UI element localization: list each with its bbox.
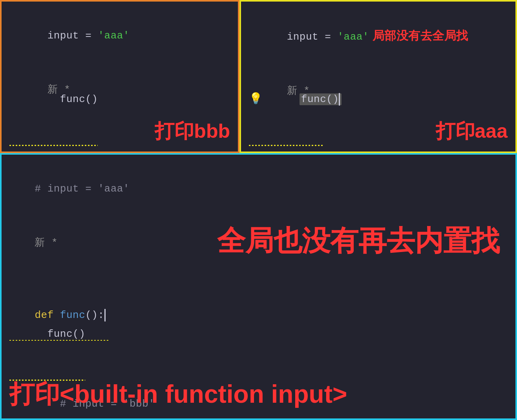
code-line-b-1: # input = 'aaa' xyxy=(9,162,508,216)
code-line-1: input = 'aaa' xyxy=(9,9,230,63)
bottom-code-left: func() xyxy=(9,72,98,144)
bottom-label-left: 打印bbb xyxy=(155,118,230,144)
big-annotation: 全局也没有再去内置找 xyxy=(217,225,500,256)
panel-top-left: input = 'aaa' 新 * def func(): input = 'b… xyxy=(0,0,239,153)
panel-bottom: # input = 'aaa' 新 * def func(): # input … xyxy=(0,153,517,420)
panel-top-right: input = 'aaa' 局部没有去全局找 新 * def func(): #… xyxy=(239,0,517,153)
bottom-code-right: func() xyxy=(249,72,342,144)
top-row: input = 'aaa' 新 * def func(): input = 'b… xyxy=(0,0,517,153)
bottom-code-b: func() xyxy=(9,307,85,379)
code-line-tr-1: input = 'aaa' 局部没有去全局找 xyxy=(249,9,508,64)
code-line-b-3 xyxy=(9,270,508,288)
bottom-big-label: 打印<built-in function input> xyxy=(9,377,508,411)
bottom-label-right: 打印aaa xyxy=(436,118,508,144)
